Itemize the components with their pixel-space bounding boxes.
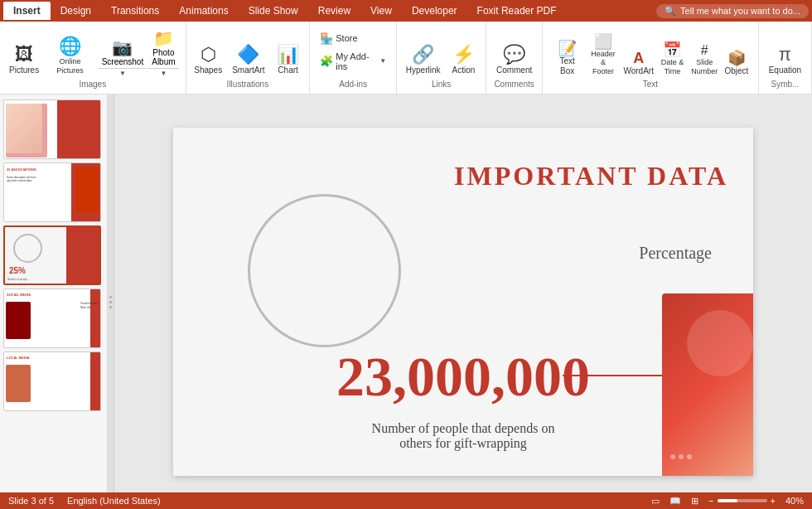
smartart-icon: 🔷 [237,46,259,64]
tab-developer[interactable]: Developer [402,2,467,20]
photo-album-split-button[interactable]: 📁 PhotoAlbum ▼ [148,27,178,78]
shapes-icon: ⬡ [201,46,216,64]
ribbon-group-addins: 🏪 Store 🧩 My Add-ins ▼ Add-ins [310,22,397,94]
action-icon: ⚡ [452,46,475,64]
slide-decorative-image [662,293,753,476]
search-icon: 🔍 [665,6,676,17]
zoom-control[interactable]: − + [708,496,776,506]
slide-thumb-2[interactable]: 35 ASSOCIATIONS Some descriptive text he… [3,162,101,222]
smartart-button[interactable]: 🔷 SmartArt [228,43,268,78]
slide-thumb-1[interactable] [3,99,101,159]
text-box-button[interactable]: 📝 Text Box [549,39,585,78]
links-group-label: Links [432,80,451,90]
date-time-button[interactable]: 📅 Date &Time [657,41,687,78]
status-bar: Slide 3 of 5 English (United States) ▭ 📖… [0,492,812,509]
photo-album-dropdown-arrow[interactable]: ▼ [148,68,178,78]
illustrations-group-label: Illustrations [227,80,269,90]
images-group-label: Images [79,80,106,90]
resize-dot [109,296,112,298]
slide-deco-dots [670,454,692,459]
pictures-icon: 🖼 [15,46,33,64]
header-footer-icon: ⬜ [594,34,612,49]
screenshot-dropdown-arrow[interactable]: ▼ [99,68,147,78]
zoom-in-button[interactable]: + [771,496,776,506]
comments-group-label: Comments [494,80,534,90]
chart-icon: 📊 [277,46,299,64]
ribbon-group-illustrations: ⬡ Shapes 🔷 SmartArt 📊 Chart Illustration… [186,22,311,94]
object-icon: 📦 [727,51,746,65]
slide-percentage-label: Percentage [639,244,712,263]
ribbon: 🖼 Pictures 🌐 Online Pictures 📷 Screensho… [0,22,812,95]
addins-icon: 🧩 [320,55,333,67]
pictures-button[interactable]: 🖼 Pictures [7,43,41,78]
ribbon-group-symbols: π Equation Symb... [759,22,812,94]
tab-view[interactable]: View [360,2,402,20]
panel-resize-handle[interactable] [108,95,114,509]
comment-icon: 💬 [503,46,525,64]
chart-button[interactable]: 📊 Chart [271,43,306,78]
main-layout: 35 ASSOCIATIONS Some descriptive text he… [0,95,812,509]
slide-number-button[interactable]: # SlideNumber [689,42,719,78]
slide-thumb-3[interactable]: IMPORTANT 25% Number of people... [3,225,101,285]
tell-me-text: Tell me what you want to do... [680,6,800,16]
slide-big-number: 23,000,000 [336,344,590,410]
tell-me-input[interactable]: 🔍 Tell me what you want to do... [656,4,809,18]
language-label: English (United States) [67,496,161,506]
ribbon-group-images: 🖼 Pictures 🌐 Online Pictures 📷 Screensho… [0,22,186,94]
addins-group-label: Add-ins [339,80,367,90]
ribbon-tab-bar: Insert Design Transitions Animations Sli… [0,0,812,22]
tab-foxit[interactable]: Foxit Reader PDF [467,2,567,20]
symbols-group-label: Symb... [771,80,799,90]
view-sorter-button[interactable]: ⊞ [691,496,698,507]
zoom-label: 40% [785,496,804,506]
ribbon-group-text: 📝 Text Box ⬜ Header& Footer A WordArt 📅 … [543,22,759,94]
store-button[interactable]: 🏪 Store [317,31,360,46]
hyperlink-icon: 🔗 [412,46,434,64]
tab-insert[interactable]: Insert [3,2,51,20]
tab-design[interactable]: Design [51,2,101,20]
wordart-button[interactable]: A WordArt [621,49,656,78]
tab-slideshow[interactable]: Slide Show [239,2,308,20]
shapes-button[interactable]: ⬡ Shapes [190,43,226,78]
slide-count: Slide 3 of 5 [8,496,54,506]
my-addins-button[interactable]: 🧩 My Add-ins ▼ [317,50,389,73]
ribbon-group-comments: 💬 Comment Comments [486,22,543,94]
tab-transitions[interactable]: Transitions [101,2,169,20]
screenshot-split-button[interactable]: 📷 Screenshot ▼ [99,36,147,78]
hyperlink-button[interactable]: 🔗 Hyperlink [402,43,445,78]
store-icon: 🏪 [320,32,333,45]
online-pictures-button[interactable]: 🌐 Online Pictures [43,35,96,78]
tab-animations[interactable]: Animations [169,2,238,20]
slide-thumb-4[interactable]: SOCIAL MEDIA Social text hereMore info [3,288,101,348]
slides-panel[interactable]: 35 ASSOCIATIONS Some descriptive text he… [0,95,108,509]
slide-canvas[interactable]: IMPORTANT DATA Percentage 23,000,000 Num… [173,128,753,476]
ribbon-group-links: 🔗 Hyperlink ⚡ Action Links [397,22,486,94]
slide-title: IMPORTANT DATA [454,161,728,191]
slide-circle-graphic [248,194,401,347]
status-right: ▭ 📖 ⊞ − + 40% [651,496,804,507]
object-button[interactable]: 📦 Object [722,49,752,78]
text-group-label: Text [643,80,658,90]
equation-icon: π [779,46,791,64]
equation-button[interactable]: π Equation [765,43,805,78]
view-normal-button[interactable]: ▭ [651,496,660,507]
online-pictures-icon: 🌐 [59,37,81,56]
view-reading-button[interactable]: 📖 [669,496,681,507]
date-time-icon: 📅 [663,42,681,57]
resize-dot [109,306,112,308]
photo-album-icon: 📁 [153,29,174,47]
slide-caption: Number of people that depends on others … [306,421,621,451]
slide-number-icon: # [701,44,708,57]
action-button[interactable]: ⚡ Action [447,43,481,78]
zoom-slider[interactable] [718,499,767,502]
addins-dropdown-arrow: ▼ [379,57,386,65]
slide-canvas-area[interactable]: IMPORTANT DATA Percentage 23,000,000 Num… [114,95,812,509]
slide-deco-circle [687,310,753,376]
comment-button[interactable]: 💬 Comment [492,43,536,78]
zoom-fill [718,499,737,502]
screenshot-icon: 📷 [112,38,133,56]
slide-thumb-5[interactable]: LOCAL MEDIA [3,351,101,411]
zoom-out-button[interactable]: − [708,496,713,506]
header-footer-button[interactable]: ⬜ Header& Footer [587,32,620,78]
tab-review[interactable]: Review [308,2,360,20]
